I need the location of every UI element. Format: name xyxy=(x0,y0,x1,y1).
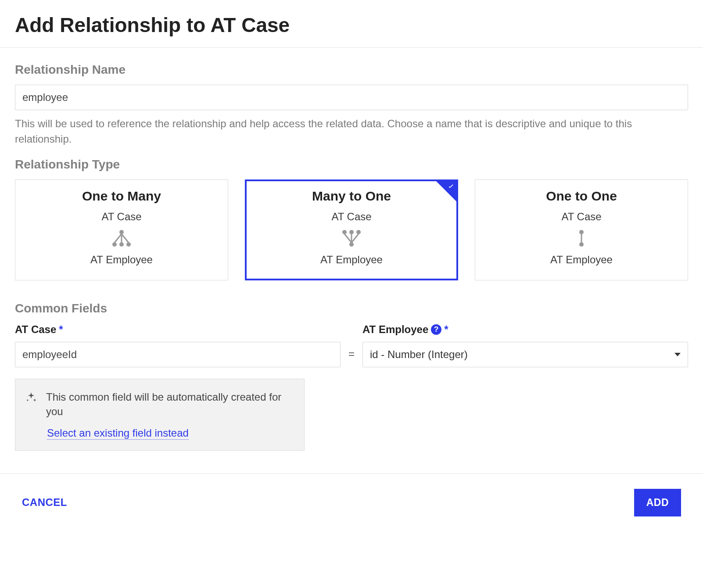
svg-point-5 xyxy=(349,230,354,234)
info-text: This common field will be automatically … xyxy=(46,390,294,419)
sparkle-icon xyxy=(25,391,37,405)
type-title: Many to One xyxy=(250,189,453,204)
many-to-one-icon xyxy=(250,227,453,249)
type-card-one-to-many[interactable]: One to Many AT Case AT Employee xyxy=(15,179,228,280)
right-field-select[interactable]: id - Number (Integer) xyxy=(362,342,688,367)
left-field-label-text: AT Case xyxy=(15,323,56,336)
svg-point-1 xyxy=(112,242,117,247)
dialog-footer: CANCEL ADD xyxy=(0,473,703,531)
type-entity-top: AT Case xyxy=(480,211,683,223)
required-star-icon: * xyxy=(59,323,63,336)
one-to-many-icon xyxy=(20,227,223,249)
left-field-input[interactable] xyxy=(15,342,341,367)
relationship-name-input[interactable] xyxy=(15,85,688,110)
svg-point-4 xyxy=(342,230,347,234)
equals-sign: = xyxy=(348,348,355,367)
common-fields-row: AT Case * = AT Employee ? * id - Number … xyxy=(15,323,688,367)
select-existing-field-link[interactable]: Select an existing field instead xyxy=(47,427,189,440)
selected-check-icon xyxy=(436,181,456,201)
type-entity-top: AT Case xyxy=(20,211,223,223)
type-title: One to Many xyxy=(20,189,223,204)
svg-point-3 xyxy=(126,242,131,247)
svg-point-7 xyxy=(349,242,354,247)
one-to-one-icon xyxy=(480,227,683,249)
type-entity-top: AT Case xyxy=(250,211,453,223)
type-entity-bottom: AT Employee xyxy=(480,254,683,266)
type-entity-bottom: AT Employee xyxy=(250,254,453,266)
relationship-name-label: Relationship Name xyxy=(15,63,688,77)
right-field-label-text: AT Employee xyxy=(362,323,428,336)
help-icon[interactable]: ? xyxy=(431,324,441,335)
chevron-down-icon xyxy=(674,353,681,356)
right-field-label: AT Employee ? * xyxy=(362,323,688,336)
svg-point-6 xyxy=(356,230,361,234)
header-divider xyxy=(0,47,703,48)
svg-point-9 xyxy=(579,242,584,247)
svg-point-0 xyxy=(119,230,124,234)
svg-point-8 xyxy=(579,230,584,234)
add-button[interactable]: ADD xyxy=(634,489,681,516)
left-field-label: AT Case * xyxy=(15,323,341,336)
type-card-one-to-one[interactable]: One to One AT Case AT Employee xyxy=(475,179,688,280)
common-fields-label: Common Fields xyxy=(15,301,688,316)
relationship-type-label: Relationship Type xyxy=(15,158,688,172)
required-star-icon: * xyxy=(444,323,448,336)
svg-point-2 xyxy=(119,242,124,247)
type-card-many-to-one[interactable]: Many to One AT Case AT Employee xyxy=(245,179,458,280)
relationship-type-options: One to Many AT Case AT Employee Many to … xyxy=(15,179,688,280)
cancel-button[interactable]: CANCEL xyxy=(22,496,67,509)
type-title: One to One xyxy=(480,189,683,204)
common-field-info-box: This common field will be automatically … xyxy=(15,379,305,451)
right-field-value: id - Number (Integer) xyxy=(370,348,468,361)
page-title: Add Relationship to AT Case xyxy=(15,13,688,37)
relationship-name-helper: This will be used to reference the relat… xyxy=(15,116,688,147)
type-entity-bottom: AT Employee xyxy=(20,254,223,266)
